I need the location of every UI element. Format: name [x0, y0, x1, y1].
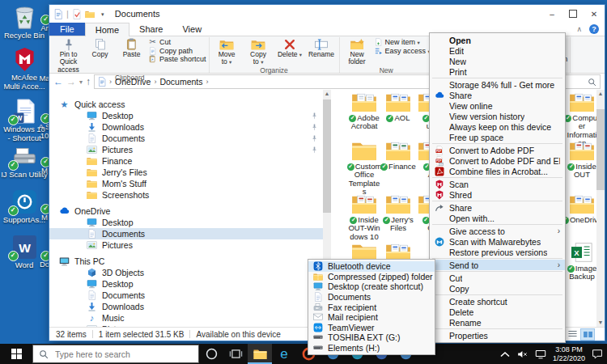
- ribbon-button-copy-path[interactable]: Copy path: [148, 47, 206, 56]
- file-item[interactable]: ✓AdobeAcrobat: [346, 91, 383, 131]
- sidebar-item-this-pc[interactable]: This PC: [49, 256, 331, 267]
- details-view-button[interactable]: [566, 328, 579, 339]
- chevron-down-icon[interactable]: ▾: [98, 9, 108, 19]
- taskbar-search[interactable]: [32, 345, 199, 363]
- menu-item-scan-with-malwarebytes[interactable]: Scan with Malwarebytes: [430, 236, 565, 247]
- menu-item-restore-previous-versions[interactable]: Restore previous versions: [430, 247, 565, 257]
- sidebar-item-desktop[interactable]: Desktop: [49, 110, 331, 121]
- help-icon[interactable]: ?: [589, 24, 599, 34]
- large-icons-view-button[interactable]: [580, 328, 595, 341]
- sidebar-item-documents[interactable]: Documents: [49, 228, 331, 239]
- file-item[interactable]: X✓ImageBackup: [563, 242, 601, 281]
- ribbon-button-paste[interactable]: Paste: [117, 37, 146, 74]
- recent-locations-chevron-icon[interactable]: ▾: [79, 78, 83, 86]
- menu-item-shred[interactable]: Shred: [430, 189, 565, 200]
- desktop-icon[interactable]: McAfeeMulti Acce...: [2, 47, 47, 91]
- sidebar-item-pictures[interactable]: Pictures: [49, 324, 331, 327]
- tab-view[interactable]: View: [172, 23, 211, 36]
- menu-item-print[interactable]: Print: [430, 66, 565, 77]
- sidebar-item-3d-objects[interactable]: 3D Objects: [49, 267, 331, 278]
- address-box[interactable]: ›OneDrive›Documents›: [94, 74, 439, 89]
- menu-item-rename[interactable]: Rename: [430, 317, 565, 328]
- ribbon-button-paste-shortcut[interactable]: Paste shortcut: [148, 55, 206, 64]
- menu-item-delete[interactable]: Delete: [430, 307, 565, 317]
- sendto-item-fax-recipient[interactable]: Fax recipient: [308, 302, 435, 312]
- up-icon[interactable]: ↑: [86, 77, 91, 87]
- tab-file[interactable]: File: [49, 23, 85, 36]
- sidebar-item-desktop[interactable]: Desktop: [49, 278, 331, 290]
- sendto-item-compressed-zipped-folder[interactable]: Compressed (zipped) folder: [308, 272, 435, 282]
- file-item[interactable]: ✓OneDrive: [563, 193, 601, 224]
- menu-item-open-with-[interactable]: Open with...: [430, 213, 565, 223]
- sidebar-item-onedrive[interactable]: OneDrive: [49, 205, 331, 217]
- tray-volume-muted-icon[interactable]: [517, 349, 528, 359]
- sidebar-item-downloads[interactable]: Downloads: [49, 301, 331, 312]
- scrollbar-up-icon[interactable]: ▲: [596, 90, 605, 98]
- ribbon-button-pin-to-quick-access[interactable]: Pin to Quickaccess: [53, 37, 83, 74]
- sendto-item-bluetooth-device[interactable]: Bluetooth device: [308, 261, 435, 272]
- taskbar-app-task-view[interactable]: [223, 344, 248, 364]
- menu-item-create-shortcut[interactable]: Create shortcut: [430, 296, 565, 307]
- sendto-item-elements-h-[interactable]: Elements (H:): [308, 343, 435, 353]
- tab-home[interactable]: Home: [85, 23, 129, 36]
- sidebar-item-desktop[interactable]: Desktop: [49, 217, 331, 228]
- scrollbar-thumb[interactable]: [596, 109, 605, 190]
- close-button[interactable]: ✕: [584, 5, 605, 23]
- sidebar-item-downloads[interactable]: Downloads: [49, 121, 331, 133]
- menu-item-convert-to-adobe-pdf[interactable]: PDFConvert to Adobe PDF: [430, 145, 565, 155]
- ribbon-button-new-folder[interactable]: Newfolder: [342, 37, 372, 66]
- ribbon-button-cut[interactable]: ✂Cut: [148, 38, 206, 47]
- taskbar-app-cortana[interactable]: [199, 344, 223, 364]
- file-badge-icon[interactable]: [53, 9, 63, 19]
- sidebar-item-finance[interactable]: Finance: [49, 155, 331, 167]
- menu-item-share[interactable]: Share: [430, 90, 565, 100]
- sidebar-item-screenshots[interactable]: Screenshots: [49, 189, 331, 201]
- ribbon-button-move-to[interactable]: Moveto ▾: [212, 37, 242, 66]
- menu-item-cut[interactable]: Cut: [430, 273, 565, 283]
- sidebar-item-mom-s-stuff[interactable]: Mom's Stuff: [49, 178, 331, 189]
- forward-icon[interactable]: →: [66, 77, 76, 87]
- menu-item-free-up-space[interactable]: Free up space: [430, 132, 565, 142]
- sendto-item-desktop-create-shortcut-[interactable]: Desktop (create shortcut): [308, 281, 435, 292]
- taskbar-search-input[interactable]: [53, 349, 170, 360]
- menu-item-storage-84-full-get-more[interactable]: Storage 84% full - Get more: [430, 79, 565, 90]
- sendto-item-teamviewer[interactable]: TeamViewer: [308, 323, 435, 333]
- scrollbar-down-icon[interactable]: ▼: [596, 319, 605, 327]
- sidebar-item-quick-access[interactable]: ★Quick access: [49, 99, 331, 110]
- menu-item-open[interactable]: Open: [430, 35, 565, 45]
- menu-item-view-online[interactable]: View online: [430, 100, 565, 111]
- menu-item-combine-files-in-acrobat-[interactable]: Combine files in Acrobat...: [430, 166, 565, 176]
- breadcrumb-segment[interactable]: Documents: [159, 77, 202, 87]
- back-icon[interactable]: ←: [53, 77, 63, 87]
- scrollbar-thumb[interactable]: [323, 99, 331, 213]
- menu-item-edit[interactable]: Edit: [430, 45, 565, 56]
- sidebar-item-music[interactable]: ♪Music: [49, 312, 331, 324]
- menu-item-new[interactable]: New: [430, 56, 565, 66]
- sidebar-item-pictures[interactable]: Pictures: [49, 144, 331, 155]
- ribbon-button-copy[interactable]: Copy: [85, 37, 115, 74]
- ribbon-button-easy-access[interactable]: Easy access ▾: [374, 47, 431, 56]
- minimize-button[interactable]: –: [541, 5, 562, 23]
- folder-icon[interactable]: [85, 9, 95, 19]
- tab-share[interactable]: Share: [129, 23, 172, 36]
- ribbon-button-delete[interactable]: Delete ▾: [275, 37, 305, 66]
- sendto-item-documents[interactable]: Documents: [308, 292, 435, 303]
- tray-chevron-up-icon[interactable]: [499, 349, 511, 359]
- desktop-icon[interactable]: Recycle Bin: [2, 5, 47, 40]
- menu-item-scan[interactable]: Scan: [430, 179, 565, 189]
- menu-item-give-access-to[interactable]: Give access to›: [430, 226, 565, 236]
- taskbar-app-edge[interactable]: e: [272, 344, 296, 364]
- menu-item-send-to[interactable]: Send to›: [430, 260, 565, 270]
- ribbon-button-new-item[interactable]: New item ▾: [374, 38, 431, 47]
- sidebar-item-documents[interactable]: Documents: [49, 133, 331, 144]
- ribbon-button-copy-to[interactable]: Copyto ▾: [244, 37, 274, 66]
- taskbar-app-file-explorer[interactable]: [248, 344, 272, 364]
- taskbar-clock[interactable]: 3:08 PM 1/22/2020: [553, 345, 585, 363]
- sidebar-item-pictures[interactable]: Pictures: [49, 239, 331, 251]
- start-button[interactable]: [0, 344, 32, 364]
- menu-item-properties[interactable]: Properties: [430, 330, 565, 341]
- menu-item-share[interactable]: Share: [430, 202, 565, 213]
- sendto-item-toshiba-ext-g-[interactable]: TOSHIBA EXT (G:): [308, 332, 435, 343]
- sidebar-item-documents[interactable]: Documents: [49, 290, 331, 301]
- sendto-item-mail-recipient[interactable]: Mail recipient: [308, 312, 435, 323]
